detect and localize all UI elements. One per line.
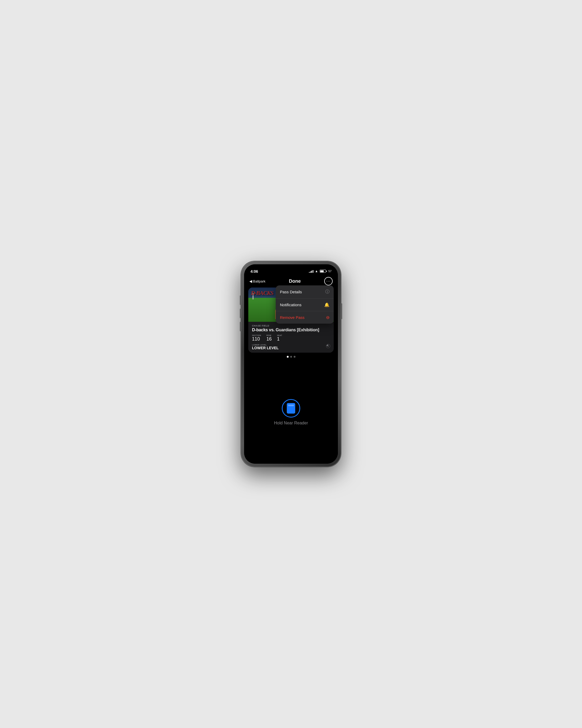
notifications-label: Notifications — [280, 303, 302, 307]
dropdown-menu: Pass Details ⓘ Notifications 🔔 Remove Pa… — [276, 285, 334, 323]
done-button[interactable]: Done — [289, 279, 301, 284]
level-value: LOWER LEVEL — [252, 346, 330, 350]
menu-item-pass-details[interactable]: Pass Details ⓘ — [276, 285, 334, 298]
nfc-reader-icon — [282, 399, 300, 418]
battery-body — [320, 269, 326, 273]
seat-value: 1 — [277, 336, 282, 342]
phone-frame: 4:06 ▲ 57 — [241, 261, 341, 467]
ticket-info: CHASE FIELD D-backs vs. Guardians [Exhib… — [248, 322, 334, 353]
dot-1 — [287, 356, 288, 358]
level-label: LOWER LEVEL — [252, 344, 330, 346]
hold-near-reader-label: Hold Near Reader — [274, 421, 308, 425]
remove-icon: ⊖ — [326, 315, 330, 320]
screen: 4:06 ▲ 57 — [244, 264, 338, 464]
level-section: LOWER LEVEL LOWER LEVEL — [252, 344, 330, 350]
menu-item-notifications[interactable]: Notifications 🔔 — [276, 298, 334, 311]
pass-details-label: Pass Details — [280, 290, 302, 294]
battery-cap — [326, 270, 327, 272]
signal-bar-2 — [310, 271, 311, 273]
row-label: ROW — [267, 335, 272, 336]
battery-icon — [320, 269, 327, 273]
page-dots — [244, 353, 338, 361]
section-label: SECTION — [252, 335, 261, 336]
status-icons: ▲ 57 — [309, 269, 332, 273]
ellipsis-icon: ··· — [326, 279, 331, 284]
seat-label: SEAT — [277, 335, 282, 336]
remove-pass-label: Remove Pass — [280, 315, 304, 320]
back-arrow-icon: ◀ — [249, 279, 252, 283]
nfc-card-icon — [287, 403, 295, 414]
seat-item: SEAT 1 — [277, 335, 282, 342]
signal-bars-icon — [309, 269, 313, 273]
wifi-icon: ▲ — [315, 269, 318, 273]
more-button[interactable]: ··· — [324, 277, 333, 285]
section-value: 110 — [252, 336, 261, 342]
bell-icon: 🔔 — [324, 302, 330, 307]
battery-fill — [320, 270, 324, 272]
row-value: 16 — [267, 336, 272, 342]
nfc-icon — [326, 344, 331, 349]
status-time: 4:06 — [250, 269, 258, 274]
section-item: SECTION 110 — [252, 335, 261, 342]
venue-label: CHASE FIELD — [252, 324, 330, 327]
dot-3 — [294, 356, 296, 358]
info-icon: ⓘ — [325, 289, 330, 295]
notch — [271, 264, 311, 272]
dot-2 — [290, 356, 292, 358]
event-title: D-backs vs. Guardians [Exhibition] — [252, 328, 330, 332]
signal-bar-3 — [311, 270, 312, 273]
hold-near-reader-section: Hold Near Reader — [244, 361, 338, 464]
signal-bar-1 — [309, 272, 310, 273]
back-button[interactable]: ◀ Ballpark — [249, 279, 266, 283]
battery-percentage: 57 — [328, 269, 332, 273]
back-label: Ballpark — [253, 279, 266, 283]
signal-bar-4 — [313, 270, 313, 273]
row-item: ROW 16 — [267, 335, 272, 342]
seat-details: SECTION 110 ROW 16 SEAT 1 — [252, 335, 330, 342]
menu-item-remove-pass[interactable]: Remove Pass ⊖ — [276, 311, 334, 323]
team-logo: D·BACKS — [251, 290, 273, 296]
phone-screen: 4:06 ▲ 57 — [244, 264, 338, 464]
